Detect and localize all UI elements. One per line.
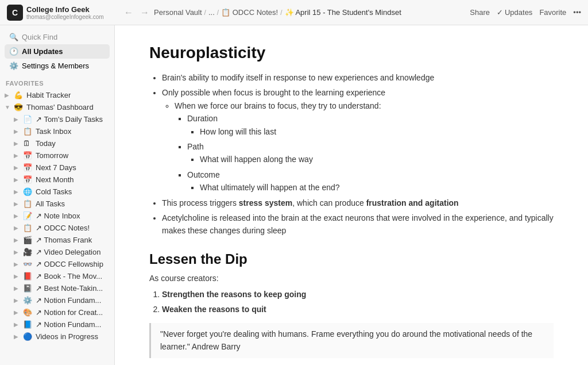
main-layout: 🔍 Quick Find 🕐 All Updates ⚙️ Settings &… [0, 25, 588, 365]
topbar-actions: Share ✓ Updates Favorite ••• [470, 8, 581, 17]
next-month-label: Next Month [36, 175, 111, 184]
sidebar-item-next-month[interactable]: ▶ 📅 Next Month [0, 174, 114, 186]
item-outcome: Outcome What ultimately will happen at t… [187, 168, 554, 194]
share-button[interactable]: Share [470, 8, 490, 17]
breadcrumb-ellipsis[interactable]: ... [208, 8, 215, 17]
toms-daily-label: ↗ Tom's Daily Tasks [36, 115, 111, 124]
chevron-icon: ▶ [14, 285, 21, 291]
sidebar-item-odcc-notes[interactable]: ▶ 📋 ↗ ODCC Notes! [0, 222, 114, 234]
notion-creat-label: ↗ Notion for Creat... [36, 308, 111, 317]
next-month-icon: 📅 [23, 175, 33, 184]
sidebar-item-video-delegation[interactable]: ▶ 🎥 ↗ Video Delegation [0, 246, 114, 258]
tomorrow-label: Tomorrow [36, 151, 111, 160]
breadcrumb-personal-vault[interactable]: Personal Vault [154, 8, 202, 17]
outcome-sub: What ultimately will happen at the end? [187, 181, 554, 194]
workspace-icon[interactable]: C [7, 5, 23, 21]
sidebar-item-thomas-frank[interactable]: ▶ 🎬 ↗ Thomas Frank [0, 234, 114, 246]
habit-tracker-label: Habit Tracker [26, 91, 111, 99]
today-label: Today [36, 139, 111, 148]
fellowship-icon: 👓 [23, 260, 33, 268]
quick-find[interactable]: 🔍 Quick Find [5, 30, 110, 44]
bullets-1: Brain's ability to modify itself in resp… [149, 71, 554, 237]
sidebar-item-notion-fundam1[interactable]: ▶ ⚙️ ↗ Notion Fundam... [0, 294, 114, 306]
notion1-icon: ⚙️ [23, 296, 33, 305]
all-updates[interactable]: 🕐 All Updates [5, 44, 110, 59]
workspace-section: C College Info Geek thomas@collegeInfoge… [7, 5, 122, 21]
breadcrumb-odcc[interactable]: 📋 ODCC Notes! [221, 8, 278, 17]
numbered-item-1: Strengthen the reasons to keep going [162, 288, 554, 301]
thomas-frank-label: ↗ Thomas Frank [36, 236, 111, 244]
next7-icon: 📅 [23, 163, 33, 172]
sidebar-item-odcc-fellowship[interactable]: ▶ 👓 ↗ ODCC Fellowship [0, 258, 114, 270]
all-tasks-label: All Tasks [36, 199, 111, 208]
sidebar-item-habit-tracker[interactable]: ▶ 💪 Habit Tracker [0, 89, 114, 101]
workspace-info: College Info Geek thomas@collegeInfogeek… [26, 5, 104, 20]
chevron-icon: ▶ [14, 189, 21, 195]
sidebar-item-tomorrow[interactable]: ▶ 📅 Tomorrow [0, 149, 114, 162]
next7-label: Next 7 Days [36, 163, 111, 172]
bullet-focus: Only possible when focus is brought to t… [162, 86, 554, 194]
favorite-button[interactable]: Favorite [539, 8, 566, 17]
numbered-item-2: Weaken the reasons to quit [162, 303, 554, 316]
as-course-creators: As course creators: [149, 272, 554, 285]
content-area: Neuroplasticity Brain's ability to modif… [115, 25, 588, 365]
chevron-icon: ▶ [14, 261, 21, 267]
all-updates-label: All Updates [22, 47, 63, 56]
sidebar-item-notion-fundam2[interactable]: ▶ 📘 ↗ Notion Fundam... [0, 318, 114, 331]
bullet-when-force: When we force our brains to focus, they … [175, 99, 554, 194]
settings-members[interactable]: ⚙️ Settings & Members [5, 59, 110, 73]
chevron-icon: ▶ [14, 128, 21, 135]
all-tasks-icon: 📋 [23, 199, 33, 208]
forward-button[interactable]: → [138, 6, 152, 19]
chevron-icon: ▶ [14, 140, 21, 147]
tomorrow-icon: 📅 [23, 151, 33, 160]
thomas-dashboard-label: Thomas' Dashboard [26, 103, 111, 112]
breadcrumb-sep-1: / [204, 9, 206, 17]
notion-fundam2-label: ↗ Notion Fundam... [36, 320, 111, 329]
note-inbox-icon: 📝 [23, 212, 33, 220]
cold-tasks-label: Cold Tasks [36, 187, 111, 196]
sidebar-item-today[interactable]: ▶ 🗓 Today [0, 137, 114, 149]
video-delegation-icon: 🎥 [23, 248, 33, 256]
more-button[interactable]: ••• [573, 8, 581, 17]
duration-sub-item: How long will this last [200, 125, 554, 138]
sidebar-item-best-note[interactable]: ▶ 📓 ↗ Best Note-Takin... [0, 282, 114, 294]
chevron-icon: ▶ [14, 249, 21, 255]
chevron-icon: ▶ [14, 116, 21, 122]
task-inbox-label: Task Inbox [36, 127, 111, 136]
settings-icon: ⚙️ [9, 62, 18, 70]
sidebar-item-next7[interactable]: ▶ 📅 Next 7 Days [0, 162, 114, 174]
notion-fundam1-label: ↗ Notion Fundam... [36, 296, 111, 305]
bullet-brain: Brain's ability to modify itself in resp… [162, 71, 554, 84]
best-note-label: ↗ Best Note-Takin... [36, 284, 111, 293]
task-inbox-icon: 📋 [23, 127, 33, 136]
main-heading: Neuroplasticity [149, 44, 554, 62]
search-icon: 🔍 [9, 33, 18, 41]
sidebar-item-note-inbox[interactable]: ▶ 📝 ↗ Note Inbox [0, 210, 114, 222]
chevron-icon: ▶ [14, 333, 21, 340]
sidebar-item-all-tasks[interactable]: ▶ 📋 All Tasks [0, 198, 114, 210]
blockquote: "Never forget you're dealing with humans… [149, 323, 554, 358]
sidebar-top: 🔍 Quick Find 🕐 All Updates ⚙️ Settings &… [0, 25, 114, 75]
breadcrumb-current[interactable]: ✨ April 15 - The Student's Mindset [285, 8, 401, 17]
chevron-icon: ▶ [14, 225, 21, 231]
sidebar-item-task-inbox[interactable]: ▶ 📋 Task Inbox [0, 125, 114, 137]
sidebar-item-notion-creat[interactable]: ▶ 🎨 ↗ Notion for Creat... [0, 306, 114, 318]
sidebar-item-thomas-dashboard[interactable]: ▼ 😎 Thomas' Dashboard [0, 101, 114, 113]
breadcrumb-sep-3: / [280, 9, 282, 17]
sidebar-item-cold-tasks[interactable]: ▶ 🌐 Cold Tasks [0, 186, 114, 198]
updates-button[interactable]: ✓ Updates [497, 8, 532, 17]
sidebar-item-book[interactable]: ▶ 📕 ↗ Book - The Mov... [0, 270, 114, 282]
back-button[interactable]: ← [122, 6, 136, 19]
odcc-notes-label: ↗ ODCC Notes! [36, 224, 111, 232]
check-icon: ✓ [497, 8, 503, 17]
chevron-icon: ▶ [14, 273, 21, 279]
chevron-icon: ▶ [14, 176, 21, 183]
settings-label: Settings & Members [22, 62, 89, 70]
workspace-name: College Info Geek [26, 5, 104, 14]
sidebar-item-toms-daily[interactable]: ▶ 📄 ↗ Tom's Daily Tasks [0, 113, 114, 125]
chevron-icon: ▶ [14, 309, 21, 316]
sidebar-item-videos-progress[interactable]: ▶ 🔵 Videos in Progress [0, 331, 114, 343]
videos-progress-label: Videos in Progress [36, 332, 111, 341]
blockquote-text: "Never forget you're dealing with humans… [160, 329, 532, 351]
